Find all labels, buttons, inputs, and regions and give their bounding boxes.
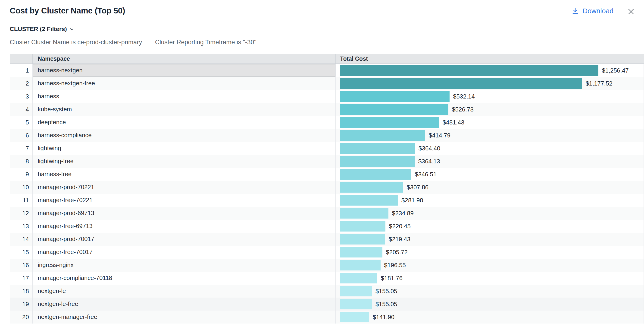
cost-bar — [340, 260, 380, 270]
total-cost-cell: $364.13 — [336, 155, 644, 168]
column-header-rank — [10, 54, 32, 64]
cost-table: Namespace Total Cost 1 harness-nextgen $… — [10, 54, 644, 324]
row-rank: 10 — [10, 181, 32, 194]
download-button[interactable]: Download — [572, 7, 614, 15]
column-header-total-cost[interactable]: Total Cost — [336, 54, 644, 64]
row-rank: 16 — [10, 259, 32, 272]
total-cost-cell: $234.89 — [336, 207, 644, 220]
table-row[interactable]: 3 harness $532.14 — [10, 90, 644, 103]
table-row[interactable]: 16 ingress-nginx $196.55 — [10, 259, 644, 272]
total-cost-cell: $1,177.52 — [336, 77, 644, 90]
row-rank: 7 — [10, 142, 32, 155]
cost-value: $141.90 — [373, 313, 394, 321]
total-cost-cell: $155.05 — [336, 297, 644, 310]
cost-bar — [340, 117, 439, 128]
cost-value: $364.13 — [418, 158, 440, 165]
row-rank: 17 — [10, 272, 32, 285]
cost-value: $155.05 — [376, 301, 397, 308]
cost-bar — [340, 208, 388, 219]
namespace-cell: manager-free-69713 — [32, 220, 336, 233]
row-rank: 20 — [10, 310, 32, 323]
cost-value: $220.45 — [389, 223, 411, 230]
column-header-namespace[interactable]: Namespace — [32, 54, 336, 64]
total-cost-cell: $219.43 — [336, 233, 644, 246]
namespace-cell: manager-compliance-70118 — [32, 272, 336, 285]
table-row[interactable]: 18 nextgen-le $155.05 — [10, 285, 644, 297]
cost-value: $1,177.52 — [586, 80, 612, 87]
cost-value: $307.86 — [407, 184, 428, 191]
table-row[interactable]: 19 nextgen-le-free $155.05 — [10, 297, 644, 310]
namespace-cell: nextgen-le-free — [32, 297, 336, 310]
close-button[interactable] — [626, 7, 636, 16]
namespace-cell: harness-free — [32, 168, 336, 181]
total-cost-cell: $141.90 — [336, 310, 644, 323]
modal-header: Cost by Cluster Name (Top 50) Download — [0, 0, 644, 22]
cost-value: $364.40 — [418, 145, 440, 152]
cost-value: $281.90 — [402, 197, 423, 204]
table-row[interactable]: 20 nextgen-manager-free $141.90 — [10, 310, 644, 323]
row-rank: 2 — [10, 77, 32, 90]
row-rank: 9 — [10, 168, 32, 181]
total-cost-cell: $414.79 — [336, 129, 644, 142]
namespace-cell: harness — [32, 90, 336, 103]
cost-bar — [340, 312, 369, 322]
total-cost-cell: $205.72 — [336, 246, 644, 259]
cost-bar — [340, 247, 382, 257]
cost-bar — [340, 91, 450, 102]
filter-reporting-timeframe: Cluster Reporting Timeframe is "-30" — [155, 39, 256, 46]
table-header-row: Namespace Total Cost — [10, 54, 644, 64]
cost-bar — [340, 299, 372, 309]
total-cost-cell: $155.05 — [336, 285, 644, 297]
cost-value: $414.79 — [429, 132, 450, 139]
cluster-filters-dropdown[interactable]: CLUSTER (2 Filters) — [10, 26, 74, 33]
row-rank: 18 — [10, 285, 32, 297]
row-rank: 5 — [10, 116, 32, 129]
cost-bar — [340, 156, 415, 167]
table-row[interactable]: 13 manager-free-69713 $220.45 — [10, 220, 644, 233]
cost-bar — [340, 286, 372, 296]
row-rank: 6 — [10, 129, 32, 142]
cost-bar — [340, 78, 582, 89]
table-row[interactable]: 5 deepfence $481.43 — [10, 116, 644, 129]
cost-bar — [340, 221, 386, 232]
row-rank: 19 — [10, 297, 32, 310]
total-cost-cell: $307.86 — [336, 181, 644, 194]
table-row[interactable]: 1 harness-nextgen $1,256.47 — [10, 64, 644, 77]
total-cost-cell: $196.55 — [336, 259, 644, 272]
total-cost-cell: $532.14 — [336, 90, 644, 103]
table-row[interactable]: 4 kube-system $526.73 — [10, 103, 644, 116]
table-row[interactable]: 6 harness-compliance $414.79 — [10, 129, 644, 142]
total-cost-cell: $1,256.47 — [336, 64, 644, 77]
table-row[interactable]: 15 manager-free-70017 $205.72 — [10, 246, 644, 259]
cluster-filters-label: CLUSTER (2 Filters) — [10, 26, 67, 33]
table-row[interactable]: 12 manager-prod-69713 $234.89 — [10, 207, 644, 220]
table-row[interactable]: 10 manager-prod-70221 $307.86 — [10, 181, 644, 194]
cost-value: $155.05 — [376, 288, 397, 295]
table-row[interactable]: 7 lightwing $364.40 — [10, 142, 644, 155]
table-row[interactable]: 17 manager-compliance-70118 $181.76 — [10, 272, 644, 285]
cost-bar — [340, 182, 403, 193]
cost-bar — [340, 65, 598, 76]
namespace-cell: harness-compliance — [32, 129, 336, 142]
cost-value: $1,256.47 — [602, 67, 629, 74]
namespace-cell: ingress-nginx — [32, 259, 336, 272]
applied-filters: Cluster Cluster Name is ce-prod-cluster-… — [10, 39, 256, 46]
chevron-down-icon — [69, 27, 74, 32]
row-rank: 15 — [10, 246, 32, 259]
download-label: Download — [583, 7, 614, 15]
total-cost-cell: $526.73 — [336, 103, 644, 116]
table-row[interactable]: 14 manager-prod-70017 $219.43 — [10, 233, 644, 246]
row-rank: 4 — [10, 103, 32, 116]
cost-value: $481.43 — [442, 119, 464, 126]
cost-bar — [340, 273, 377, 283]
table-row[interactable]: 11 manager-free-70221 $281.90 — [10, 194, 644, 207]
table-row[interactable]: 8 lightwing-free $364.13 — [10, 155, 644, 168]
cost-bar — [340, 234, 385, 245]
cost-bar — [340, 143, 415, 154]
cost-value: $196.55 — [384, 262, 406, 269]
table-row[interactable]: 2 harness-nextgen-free $1,177.52 — [10, 77, 644, 90]
page-title: Cost by Cluster Name (Top 50) — [10, 6, 125, 15]
table-row[interactable]: 9 harness-free $346.51 — [10, 168, 644, 181]
total-cost-cell: $220.45 — [336, 220, 644, 233]
total-cost-cell: $481.43 — [336, 116, 644, 129]
